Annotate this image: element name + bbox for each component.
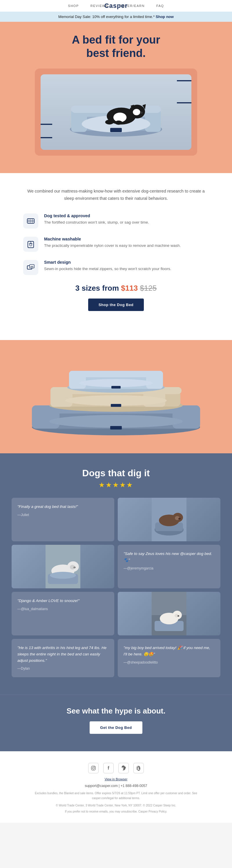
svg-rect-42: [111, 404, 121, 407]
feature-3-icon: [23, 260, 38, 275]
facebook-icon[interactable]: f: [103, 763, 114, 773]
footer: f View in Browser support@casper.com | +…: [0, 751, 232, 823]
review-2: "Safe to say Zeus loves his new @casper …: [118, 545, 221, 588]
get-dog-bed-button[interactable]: Get the Dog Bed: [90, 721, 142, 734]
review-2-author: —@jeremymgarcia: [124, 566, 214, 571]
svg-point-15: [105, 120, 114, 125]
hero-section: A bed fit for your best friend.: [0, 22, 232, 173]
reviews-section: Dogs that dig it ★★★★★ "Finally a great …: [0, 453, 232, 694]
review-4: "He is 13 with arthritis in his hind leg…: [11, 639, 114, 677]
svg-rect-46: [69, 371, 86, 389]
review-photo-1: [118, 498, 221, 541]
reviews-title: Dogs that dig it: [11, 468, 221, 478]
footer-legal-text: Excludes bundles, the Blanket and sale i…: [29, 791, 203, 801]
svg-point-70: [177, 615, 179, 617]
feature-3-text: Smart design Sewn-in pockets hide the me…: [44, 260, 171, 272]
review-1-author: —Juliet: [18, 512, 108, 518]
pricing: 3 sizes from $113 $125: [23, 284, 209, 293]
feature-1: Dog tested & approved The fortified cons…: [23, 213, 209, 228]
hero-image-bg: [35, 68, 197, 156]
instagram-icon[interactable]: [88, 763, 99, 773]
facebook-letter: f: [108, 766, 109, 771]
feature-1-desc: The fortified construction won't sink, s…: [44, 219, 149, 226]
svg-rect-33: [172, 405, 200, 429]
price-new: $113: [121, 284, 138, 292]
svg-point-56: [178, 518, 181, 520]
svg-point-48: [79, 379, 153, 387]
feature-2-text: Machine washable The practically impenet…: [44, 237, 181, 249]
nav-shop[interactable]: SHOP: [68, 4, 79, 7]
review-2-quote: "Safe to say Zeus loves his new @casper …: [124, 551, 214, 563]
svg-point-63: [50, 572, 76, 579]
footer-unsubscribe: If you prefer not to receive emails, you…: [29, 809, 203, 814]
svg-rect-39: [51, 387, 72, 407]
feature-3: Smart design Sewn-in pockets hide the me…: [23, 260, 209, 275]
svg-point-10: [133, 109, 140, 115]
nav-faq[interactable]: FAQ: [156, 4, 164, 7]
twitter-icon[interactable]: [118, 763, 129, 773]
feature-2: Machine washable The practically impenet…: [23, 237, 209, 252]
svg-rect-7: [110, 128, 122, 132]
social-icons: f: [11, 763, 221, 773]
navigation: SHOP REVIEWS Casper REFER/EARN FAQ: [0, 0, 232, 11]
review-3-quote: "Django & Amber LOVE to snooze!": [18, 598, 108, 604]
product-stack-section: [0, 340, 232, 453]
dog-photo-3: [118, 592, 221, 636]
pinterest-icon[interactable]: [133, 763, 144, 773]
review-4-author: —Dylan: [18, 666, 108, 672]
feature-1-text: Dog tested & approved The fortified cons…: [44, 213, 149, 226]
dog-photo-1: [118, 498, 221, 541]
feature-2-icon: [23, 237, 38, 252]
features-section: We combined our mattress-making know-how…: [0, 173, 232, 340]
price-old: $125: [140, 284, 157, 292]
banner-cta[interactable]: Shop now: [156, 14, 174, 19]
svg-rect-49: [111, 386, 121, 389]
pricing-text: 3 sizes from: [75, 284, 121, 292]
svg-rect-32: [32, 405, 60, 429]
logo: Casper: [104, 2, 128, 9]
footer-address: © World Trade Center, 3 World Trade Cent…: [29, 803, 203, 808]
corner-accent-left: [41, 124, 52, 138]
review-3-author: —@lua_dalmatians: [18, 606, 108, 612]
svg-rect-47: [146, 371, 163, 389]
promo-banner: Memorial Day Sale: 10% off everything fo…: [0, 11, 232, 22]
review-1: "Finally a great dog bed that lasts!" —J…: [11, 498, 114, 541]
review-5-quote: "my big boy bed arrived today! 🎉 if you …: [124, 645, 214, 657]
dog-bed-image: [41, 74, 191, 150]
features-intro: We combined our mattress-making know-how…: [23, 188, 209, 202]
svg-point-34: [49, 415, 183, 428]
svg-point-61: [73, 566, 76, 568]
hero-title: A bed fit for your best friend.: [18, 33, 214, 60]
reviews-grid: "Finally a great dog bed that lasts!" —J…: [11, 498, 221, 677]
svg-point-11: [140, 112, 143, 114]
hero-image-wrap: [35, 68, 197, 156]
feature-1-icon: [23, 213, 38, 228]
svg-point-73: [95, 767, 95, 767]
review-3: "Django & Amber LOVE to snooze!" —@lua_d…: [11, 592, 114, 636]
feature-2-title: Machine washable: [44, 237, 181, 241]
shop-dog-bed-button[interactable]: Shop the Dog Bed: [88, 299, 144, 311]
view-in-browser-link[interactable]: View in Browser: [11, 777, 221, 781]
corner-accent-right: [177, 80, 191, 103]
hype-section: See what the hype is about. Get the Dog …: [0, 694, 232, 751]
svg-point-16: [115, 121, 122, 125]
svg-point-72: [93, 767, 95, 769]
review-1-quote: "Finally a great dog bed that lasts!": [18, 503, 108, 510]
feature-3-desc: Sewn-in pockets hide the metal zippers, …: [44, 266, 171, 272]
feature-3-title: Smart design: [44, 260, 171, 265]
footer-contact: support@casper.com | +1 888-498-0057: [11, 784, 221, 788]
feature-1-title: Dog tested & approved: [44, 213, 149, 218]
dog-photo-2: [11, 545, 114, 588]
stack-visual: [11, 349, 221, 436]
review-5-author: —@sheepadoodlelitto: [124, 660, 214, 665]
banner-text: Memorial Day Sale: 10% off everything fo…: [58, 14, 156, 19]
beds-stack-svg: [18, 349, 214, 436]
star-rating: ★★★★★: [11, 481, 221, 489]
bed-svg: [61, 83, 171, 141]
svg-rect-35: [110, 426, 122, 430]
feature-2-desc: The practically impenetrable nylon cover…: [44, 243, 181, 249]
review-4-quote: "He is 13 with arthritis in his hind leg…: [18, 645, 108, 663]
review-photo-3: [118, 592, 221, 636]
hype-title: See what the hype is about.: [6, 707, 226, 716]
review-5: "my big boy bed arrived today! 🎉 if you …: [118, 639, 221, 677]
